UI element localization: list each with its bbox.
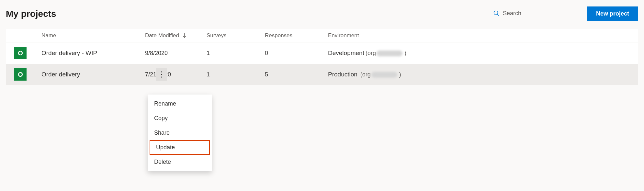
- surveys-value: 1: [207, 50, 210, 56]
- column-header-environment[interactable]: Environment: [328, 32, 638, 39]
- project-name: Order delivery: [41, 71, 80, 78]
- column-header-surveys[interactable]: Surveys: [207, 32, 265, 39]
- column-header-name[interactable]: Name: [41, 32, 145, 39]
- svg-point-4: [161, 74, 162, 75]
- new-project-button[interactable]: New project: [587, 6, 638, 21]
- project-name: Order delivery - WIP: [41, 50, 97, 56]
- project-avatar: O: [14, 47, 27, 59]
- column-header-responses[interactable]: Responses: [265, 32, 328, 39]
- date-modified-value: 9/8/2020: [145, 50, 168, 57]
- environment-value: Development: [328, 50, 364, 56]
- org-prefix: (org: [359, 71, 371, 78]
- redacted-org-id: [377, 51, 402, 56]
- page-title: My projects: [6, 9, 56, 19]
- table-row[interactable]: O Order delivery 7/21/2020 1 5 Productio…: [6, 64, 638, 85]
- projects-table: Name Date Modified Surveys Responses Env…: [6, 29, 638, 85]
- org-suffix: ): [404, 50, 406, 56]
- table-body: O Order delivery - WIP 9/8/2020 1 0 Deve…: [6, 42, 638, 85]
- org-prefix: (org: [366, 50, 376, 56]
- svg-line-1: [497, 14, 499, 16]
- column-header-date-label: Date Modified: [145, 32, 179, 39]
- vertical-ellipsis-icon: [161, 71, 162, 78]
- sort-descending-icon: [182, 33, 187, 38]
- redacted-org-id: [371, 72, 397, 78]
- search-box[interactable]: [492, 9, 580, 19]
- responses-value: 5: [265, 71, 268, 78]
- project-avatar: O: [14, 68, 27, 81]
- environment-value: Production: [328, 71, 357, 78]
- column-header-date-modified[interactable]: Date Modified: [145, 32, 207, 39]
- svg-point-0: [494, 11, 498, 15]
- page-header: My projects New project: [6, 6, 638, 21]
- header-actions: New project: [492, 6, 638, 21]
- search-icon: [493, 10, 500, 17]
- table-header-row: Name Date Modified Surveys Responses Env…: [6, 29, 638, 42]
- svg-point-3: [161, 71, 162, 72]
- surveys-value: 1: [207, 71, 210, 78]
- table-row[interactable]: O Order delivery - WIP 9/8/2020 1 0 Deve…: [6, 42, 638, 64]
- search-input[interactable]: [503, 10, 579, 17]
- responses-value: 0: [265, 50, 268, 56]
- more-actions-button[interactable]: [156, 68, 167, 81]
- svg-point-5: [161, 76, 162, 77]
- org-suffix: ): [399, 71, 401, 78]
